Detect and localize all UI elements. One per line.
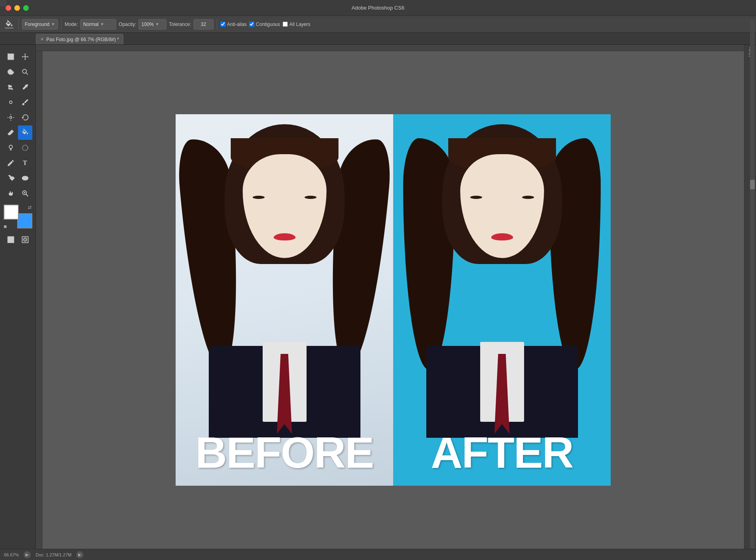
- crop-tool[interactable]: [4, 80, 18, 94]
- svg-point-7: [22, 145, 28, 150]
- tool-row-mask: [4, 232, 32, 247]
- all-layers-checkbox[interactable]: [283, 22, 288, 27]
- history-brush-tool[interactable]: [18, 110, 32, 125]
- tool-row-4: [4, 95, 32, 109]
- divider-3: [217, 19, 217, 30]
- color-swatches: ⇄ ◼: [4, 205, 32, 228]
- tool-row-9: [4, 171, 32, 185]
- tool-row-7: [4, 141, 32, 155]
- main-area: T ⇄ ◼: [0, 45, 756, 549]
- opacity-arrow: ▼: [155, 22, 159, 26]
- tab-close-icon[interactable]: ✕: [40, 37, 44, 42]
- mode-dropdown[interactable]: Normal ▼: [80, 19, 116, 30]
- before-eyes-area: [253, 193, 317, 201]
- ruler-corner: [0, 0, 6, 6]
- hand-tool[interactable]: [4, 186, 18, 201]
- status-arrow-button[interactable]: ▶: [76, 551, 83, 558]
- image-after: AFTER: [393, 114, 611, 486]
- text-tool[interactable]: T: [18, 156, 32, 170]
- default-colors-icon[interactable]: ◼: [4, 224, 7, 228]
- background-color-swatch[interactable]: [17, 213, 32, 228]
- contiguous-checkbox[interactable]: [249, 22, 254, 27]
- tool-row-8: T: [4, 156, 32, 170]
- svg-point-5: [9, 145, 12, 148]
- eraser-tool[interactable]: [4, 125, 18, 140]
- foreground-label: Foreground: [25, 22, 49, 27]
- image-before: BEFORE: [176, 114, 393, 486]
- path-selection-tool[interactable]: [4, 171, 18, 185]
- mode-label: Mode:: [65, 22, 78, 27]
- image-canvas: BEFORE: [176, 114, 611, 486]
- canvas-area[interactable]: BEFORE: [36, 45, 744, 549]
- left-tool-panel: T ⇄ ◼: [0, 45, 36, 549]
- before-text-label: BEFORE: [195, 427, 373, 478]
- histogram-scrollbar[interactable]: [750, 20, 755, 552]
- pen-tool[interactable]: [4, 156, 18, 170]
- foreground-dropdown[interactable]: Foreground ▼: [22, 19, 58, 30]
- rectangular-marquee-tool[interactable]: [4, 50, 18, 64]
- mode-value: Normal: [83, 22, 99, 27]
- window-controls[interactable]: [6, 5, 29, 11]
- anti-alias-label: Anti-alias: [227, 22, 247, 27]
- opacity-label: Opacity:: [119, 22, 136, 27]
- title-bar: Adobe Photoshop CS6: [0, 0, 756, 16]
- tool-row-1: [4, 50, 32, 64]
- zoom-tool[interactable]: [18, 186, 32, 201]
- doc-size: Doc: 1.27M/1.27M: [36, 552, 71, 557]
- maximize-button[interactable]: [23, 5, 29, 11]
- svg-line-2: [26, 73, 28, 75]
- switch-colors-icon[interactable]: ⇄: [28, 205, 32, 210]
- move-tool[interactable]: [18, 50, 32, 64]
- anti-alias-checkbox[interactable]: [220, 22, 226, 27]
- tab-name: Pas Foto.jpg @ 66.7% (RGB/8#) *: [46, 37, 119, 42]
- close-button[interactable]: [6, 5, 11, 11]
- before-lips: [273, 233, 295, 240]
- histogram-scrollbar-thumb[interactable]: [750, 180, 755, 189]
- brush-tool[interactable]: [18, 95, 32, 109]
- after-eyes-area: [470, 193, 534, 201]
- svg-rect-0: [8, 54, 14, 60]
- document-tab[interactable]: ✕ Pas Foto.jpg @ 66.7% (RGB/8#) *: [36, 34, 123, 44]
- spot-healing-brush-tool[interactable]: [4, 95, 18, 109]
- divider-1: [18, 19, 19, 30]
- tool-row-3: [4, 80, 32, 94]
- svg-point-3: [9, 101, 12, 104]
- tool-row-10: [4, 186, 32, 201]
- after-lips: [491, 233, 513, 240]
- zoom-menu-button[interactable]: ▶: [24, 551, 31, 558]
- foreground-arrow: ▼: [51, 22, 55, 26]
- toolbar: Foreground ▼ Mode: Normal ▼ Opacity: 100…: [0, 16, 756, 33]
- tab-bar: ✕ Pas Foto.jpg @ 66.7% (RGB/8#) *: [0, 33, 756, 45]
- fill-bucket-icon[interactable]: [3, 18, 15, 30]
- svg-point-4: [10, 117, 12, 119]
- foreground-color-swatch[interactable]: [4, 205, 19, 220]
- tool-row-5: [4, 110, 32, 125]
- window-title: Adobe Photoshop CS6: [352, 5, 404, 11]
- opacity-dropdown[interactable]: 100% ▼: [139, 19, 166, 30]
- blur-tool[interactable]: [18, 141, 32, 155]
- svg-rect-10: [8, 237, 14, 243]
- standard-mode-button[interactable]: [4, 232, 18, 247]
- dodge-tool[interactable]: [4, 141, 18, 155]
- all-layers-label: All Layers: [289, 22, 311, 27]
- mode-arrow: ▼: [100, 22, 104, 26]
- tool-row-2: [4, 65, 32, 79]
- svg-point-12: [23, 238, 26, 241]
- svg-point-8: [22, 176, 28, 180]
- paint-bucket-tool[interactable]: [18, 125, 32, 140]
- clone-stamp-tool[interactable]: [4, 110, 18, 125]
- contiguous-checkbox-group[interactable]: Contiguous: [249, 22, 280, 27]
- ruler-left: [36, 51, 42, 549]
- contiguous-label: Contiguous: [256, 22, 280, 27]
- ellipse-tool[interactable]: [18, 171, 32, 185]
- eyedropper-tool[interactable]: [18, 80, 32, 94]
- all-layers-checkbox-group[interactable]: All Layers: [283, 22, 311, 27]
- quick-selection-tool[interactable]: [18, 65, 32, 79]
- tolerance-input[interactable]: [194, 19, 214, 30]
- tool-row-6: [4, 125, 32, 140]
- minimize-button[interactable]: [14, 5, 20, 11]
- quick-mask-mode-button[interactable]: [18, 232, 32, 247]
- anti-alias-checkbox-group[interactable]: Anti-alias: [220, 22, 247, 27]
- tolerance-label: Tolerance:: [169, 22, 191, 27]
- lasso-tool[interactable]: [4, 65, 18, 79]
